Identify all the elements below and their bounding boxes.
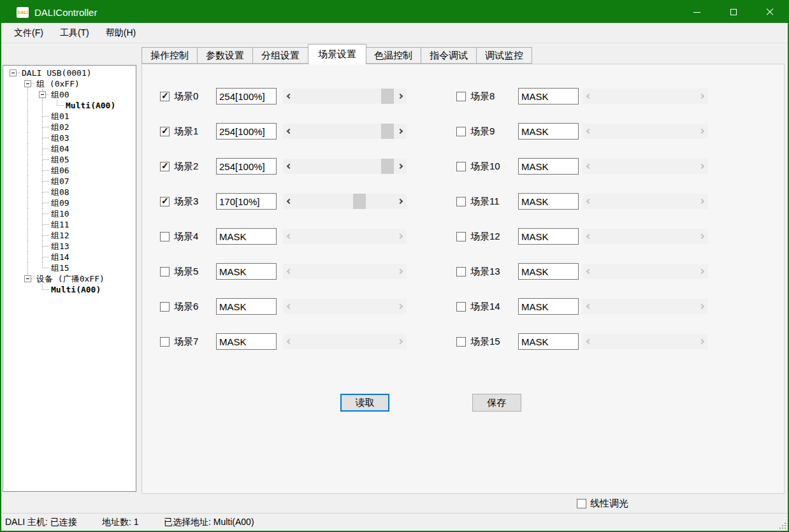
scrollbar-track[interactable]	[595, 264, 695, 279]
scrollbar-right-arrow-icon[interactable]	[394, 194, 407, 209]
scrollbar-track[interactable]	[296, 124, 394, 139]
scene-checkbox[interactable]	[456, 127, 466, 136]
scene-checkbox[interactable]	[160, 337, 170, 347]
scrollbar-track[interactable]	[595, 229, 695, 244]
scene-value-field[interactable]	[518, 333, 579, 350]
scrollbar-right-arrow-icon[interactable]	[394, 159, 407, 174]
maximize-button[interactable]	[715, 1, 751, 23]
scene-value-field[interactable]	[216, 228, 277, 245]
scene-value-field[interactable]	[518, 228, 579, 245]
tab-operation-control[interactable]: 操作控制	[141, 47, 198, 64]
scrollbar-right-arrow-icon[interactable]	[695, 124, 708, 139]
tree-collapse-icon[interactable]	[24, 275, 31, 282]
scrollbar-left-arrow-icon[interactable]	[283, 89, 296, 104]
scene-checkbox[interactable]	[456, 92, 466, 101]
scene-checkbox[interactable]	[160, 197, 170, 206]
tree-node[interactable]: 组02	[3, 122, 136, 133]
scrollbar-left-arrow-icon[interactable]	[283, 264, 296, 279]
scene-scrollbar[interactable]	[283, 194, 407, 209]
scene-scrollbar[interactable]	[283, 159, 407, 174]
tab-parameter-settings[interactable]: 参数设置	[198, 47, 253, 64]
scrollbar-track[interactable]	[296, 334, 394, 349]
tree-node[interactable]: 组07	[3, 176, 136, 187]
scene-checkbox[interactable]	[160, 162, 170, 171]
tree-node[interactable]: Multi(A00)	[3, 100, 136, 111]
tree-collapse-icon[interactable]	[24, 80, 31, 87]
device-tree[interactable]: DALI USB(0001)组 (0xFF)组00Multi(A00)组01组0…	[3, 65, 136, 492]
scrollbar-thumb[interactable]	[353, 194, 366, 209]
tree-node[interactable]: 组03	[3, 133, 136, 143]
scrollbar-left-arrow-icon[interactable]	[283, 194, 296, 209]
scene-checkbox[interactable]	[456, 337, 466, 347]
tab-scene-settings[interactable]: 场景设置	[308, 44, 366, 64]
scene-value-field[interactable]	[518, 123, 579, 140]
linear-dimming-checkbox[interactable]	[577, 499, 586, 508]
resize-grip-icon[interactable]	[778, 521, 786, 529]
scrollbar-left-arrow-icon[interactable]	[283, 229, 296, 244]
scrollbar-left-arrow-icon[interactable]	[583, 264, 595, 279]
tree-node[interactable]: DALI USB(0001)	[3, 68, 136, 78]
tree-node[interactable]: 组15	[3, 262, 136, 273]
scrollbar-right-arrow-icon[interactable]	[695, 334, 708, 349]
close-button[interactable]	[751, 1, 788, 23]
scrollbar-right-arrow-icon[interactable]	[394, 89, 407, 104]
scene-value-field[interactable]	[518, 263, 579, 280]
scrollbar-right-arrow-icon[interactable]	[695, 89, 708, 104]
scene-value-field[interactable]	[518, 88, 579, 104]
scrollbar-right-arrow-icon[interactable]	[394, 299, 407, 314]
scene-checkbox[interactable]	[456, 302, 466, 312]
scene-checkbox[interactable]	[456, 197, 466, 206]
tree-collapse-icon[interactable]	[39, 91, 46, 98]
tree-node[interactable]: 组10	[3, 208, 136, 219]
tab-debug-monitor[interactable]: 调试监控	[477, 47, 532, 64]
scrollbar-right-arrow-icon[interactable]	[695, 159, 708, 174]
scrollbar-left-arrow-icon[interactable]	[283, 299, 296, 314]
tab-color-temperature-control[interactable]: 色温控制	[366, 47, 421, 64]
scene-scrollbar[interactable]	[283, 89, 407, 104]
scene-value-field[interactable]	[518, 158, 579, 175]
tree-node[interactable]: 组14	[3, 252, 136, 262]
scene-checkbox[interactable]	[160, 92, 170, 101]
scrollbar-track[interactable]	[296, 159, 394, 174]
tree-node[interactable]: 组13	[3, 241, 136, 252]
tree-node[interactable]: 组11	[3, 219, 136, 230]
minimize-button[interactable]	[679, 1, 715, 23]
scrollbar-left-arrow-icon[interactable]	[583, 334, 595, 349]
scene-scrollbar[interactable]	[283, 124, 407, 139]
scrollbar-left-arrow-icon[interactable]	[283, 124, 296, 139]
scene-value-field[interactable]	[216, 123, 277, 140]
scrollbar-right-arrow-icon[interactable]	[695, 229, 708, 244]
tree-node[interactable]: Multi(A00)	[3, 284, 136, 295]
scene-value-field[interactable]	[216, 298, 277, 315]
scene-checkbox[interactable]	[160, 232, 170, 241]
scrollbar-left-arrow-icon[interactable]	[583, 299, 595, 314]
tree-node[interactable]: 组01	[3, 111, 136, 122]
scrollbar-thumb[interactable]	[381, 89, 394, 104]
scrollbar-left-arrow-icon[interactable]	[283, 334, 296, 349]
scrollbar-right-arrow-icon[interactable]	[695, 264, 708, 279]
scrollbar-track[interactable]	[595, 334, 695, 349]
scene-checkbox[interactable]	[160, 267, 170, 277]
scrollbar-left-arrow-icon[interactable]	[583, 124, 595, 139]
scrollbar-right-arrow-icon[interactable]	[394, 334, 407, 349]
menu-help[interactable]: 帮助(H)	[98, 23, 144, 43]
tab-command-debug[interactable]: 指令调试	[421, 47, 477, 64]
scene-value-field[interactable]	[216, 193, 277, 210]
scrollbar-track[interactable]	[296, 89, 394, 104]
scene-value-field[interactable]	[518, 193, 579, 210]
tree-collapse-icon[interactable]	[10, 69, 17, 76]
scene-value-field[interactable]	[216, 158, 277, 175]
save-button[interactable]: 保存	[472, 394, 521, 412]
scrollbar-track[interactable]	[595, 159, 695, 174]
scrollbar-right-arrow-icon[interactable]	[394, 264, 407, 279]
scrollbar-right-arrow-icon[interactable]	[394, 124, 407, 139]
scene-checkbox[interactable]	[456, 232, 466, 241]
menu-tools[interactable]: 工具(T)	[52, 23, 98, 43]
tree-node[interactable]: 组06	[3, 165, 136, 176]
scene-value-field[interactable]	[216, 88, 277, 104]
scrollbar-right-arrow-icon[interactable]	[695, 194, 708, 209]
scrollbar-track[interactable]	[595, 89, 695, 104]
tree-node[interactable]: 组05	[3, 154, 136, 165]
scrollbar-track[interactable]	[595, 194, 695, 209]
scrollbar-left-arrow-icon[interactable]	[283, 159, 296, 174]
